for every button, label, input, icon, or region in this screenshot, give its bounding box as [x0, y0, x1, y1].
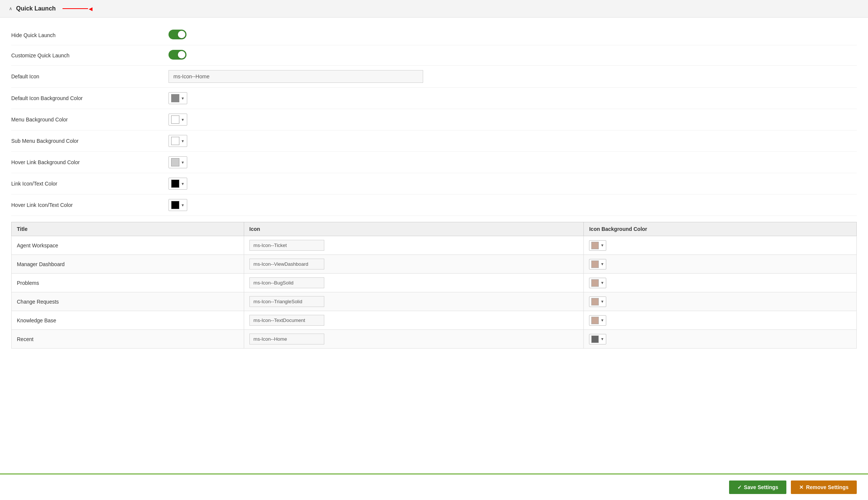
- table-cell-icon: [244, 330, 584, 349]
- table-icon-input[interactable]: [249, 240, 324, 251]
- chevron-down-icon: ▼: [600, 299, 604, 304]
- chevron-down-icon: ▼: [600, 318, 604, 322]
- hover-link-bg-color-button[interactable]: ▼: [169, 156, 187, 168]
- table-icon-input[interactable]: [249, 259, 324, 269]
- hover-link-bg-color-swatch: [171, 158, 179, 166]
- menu-bg-color-swatch: [171, 115, 179, 124]
- table-icon-input[interactable]: [249, 334, 324, 344]
- hover-link-icon-text-color-button[interactable]: ▼: [169, 199, 187, 211]
- customize-quick-launch-label: Customize Quick Launch: [11, 52, 169, 58]
- table-cell-bg-color: ▼: [584, 311, 857, 330]
- collapse-icon[interactable]: ∧: [9, 6, 12, 11]
- hover-link-icon-text-color-control: ▼: [169, 199, 857, 211]
- col-title: Title: [12, 222, 244, 236]
- chevron-down-icon: ▼: [600, 262, 604, 266]
- table-cell-icon: [244, 311, 584, 330]
- toggle-slider: [169, 30, 186, 39]
- table-color-swatch: [591, 317, 599, 324]
- sub-menu-bg-color-button[interactable]: ▼: [169, 135, 187, 147]
- save-settings-button[interactable]: ✓ Save Settings: [729, 481, 787, 494]
- table-color-button[interactable]: ▼: [589, 315, 606, 326]
- sub-menu-bg-color-swatch: [171, 137, 179, 145]
- table-color-button[interactable]: ▼: [589, 334, 606, 344]
- hide-quick-launch-label: Hide Quick Launch: [11, 32, 169, 38]
- menu-bg-color-button[interactable]: ▼: [169, 114, 187, 126]
- table-color-swatch: [591, 335, 599, 343]
- sub-menu-bg-color-control: ▼: [169, 135, 857, 147]
- default-icon-bg-color-row: Default Icon Background Color ▼: [11, 88, 857, 109]
- menu-bg-color-control: ▼: [169, 114, 857, 126]
- table-icon-input[interactable]: [249, 296, 324, 307]
- default-icon-input[interactable]: [169, 70, 423, 83]
- customize-quick-launch-row: Customize Quick Launch: [11, 45, 857, 66]
- chevron-down-icon: ▼: [600, 281, 604, 285]
- table-color-button[interactable]: ▼: [589, 240, 606, 251]
- table-color-button[interactable]: ▼: [589, 259, 606, 269]
- hide-quick-launch-row: Hide Quick Launch: [11, 25, 857, 45]
- link-icon-text-color-control: ▼: [169, 178, 857, 190]
- table-color-swatch: [591, 242, 599, 249]
- default-icon-control: [169, 70, 857, 83]
- table-cell-title: Knowledge Base: [12, 311, 244, 330]
- hover-link-icon-text-color-row: Hover Link Icon/Text Color ▼: [11, 195, 857, 216]
- table-icon-input[interactable]: [249, 315, 324, 326]
- table-cell-title: Agent Workspace: [12, 236, 244, 255]
- sub-menu-bg-color-label: Sub Menu Background Color: [11, 138, 169, 144]
- table-cell-icon: [244, 274, 584, 292]
- link-icon-text-color-swatch: [171, 180, 179, 188]
- chevron-down-icon: ▼: [600, 243, 604, 247]
- col-icon: Icon: [244, 222, 584, 236]
- save-icon: ✓: [737, 484, 742, 490]
- chevron-down-icon: ▼: [600, 337, 604, 341]
- table-cell-bg-color: ▼: [584, 274, 857, 292]
- link-icon-text-color-label: Link Icon/Text Color: [11, 181, 169, 187]
- default-icon-bg-color-button[interactable]: ▼: [169, 92, 187, 104]
- link-icon-text-color-button[interactable]: ▼: [169, 178, 187, 190]
- chevron-down-icon-6: ▼: [181, 203, 185, 207]
- table-cell-bg-color: ▼: [584, 236, 857, 255]
- default-icon-label: Default Icon: [11, 73, 169, 79]
- table-color-swatch: [591, 260, 599, 268]
- red-arrow-indicator: [63, 5, 92, 12]
- page-wrapper: ∧ Quick Launch Hide Quick Launch Customi…: [0, 0, 868, 500]
- table-row: Recent▼: [12, 330, 857, 349]
- chevron-down-icon-4: ▼: [181, 160, 185, 165]
- section-header: ∧ Quick Launch: [0, 0, 868, 18]
- items-table: Title Icon Icon Background Color Agent W…: [11, 222, 857, 349]
- link-icon-text-color-row: Link Icon/Text Color ▼: [11, 173, 857, 195]
- table-row: Change Requests▼: [12, 292, 857, 311]
- hide-quick-launch-toggle[interactable]: [169, 30, 186, 39]
- footer: ✓ Save Settings ✕ Remove Settings: [0, 473, 868, 500]
- table-color-swatch: [591, 279, 599, 287]
- remove-settings-button[interactable]: ✕ Remove Settings: [791, 481, 857, 494]
- hide-quick-launch-control: [169, 30, 857, 40]
- default-icon-bg-color-swatch: [171, 94, 179, 102]
- main-content: Hide Quick Launch Customize Quick Launch…: [0, 18, 868, 473]
- default-icon-row: Default Icon: [11, 66, 857, 88]
- table-row: Agent Workspace▼: [12, 236, 857, 255]
- table-color-button[interactable]: ▼: [589, 278, 606, 288]
- menu-bg-color-label: Menu Background Color: [11, 117, 169, 123]
- table-cell-icon: [244, 292, 584, 311]
- table-cell-title: Recent: [12, 330, 244, 349]
- chevron-down-icon-2: ▼: [181, 118, 185, 122]
- default-icon-bg-color-label: Default Icon Background Color: [11, 95, 169, 101]
- table-row: Manager Dashboard▼: [12, 255, 857, 274]
- remove-label: Remove Settings: [806, 484, 849, 490]
- table-cell-bg-color: ▼: [584, 330, 857, 349]
- table-cell-bg-color: ▼: [584, 292, 857, 311]
- hover-link-bg-color-label: Hover Link Background Color: [11, 159, 169, 165]
- section-title: Quick Launch: [16, 5, 56, 12]
- customize-quick-launch-toggle[interactable]: [169, 50, 186, 60]
- table-icon-input[interactable]: [249, 277, 324, 288]
- sub-menu-bg-color-row: Sub Menu Background Color ▼: [11, 130, 857, 152]
- hover-link-icon-text-color-label: Hover Link Icon/Text Color: [11, 202, 169, 208]
- hover-link-bg-color-control: ▼: [169, 156, 857, 168]
- table-row: Problems▼: [12, 274, 857, 292]
- table-cell-icon: [244, 255, 584, 274]
- table-color-button[interactable]: ▼: [589, 296, 606, 307]
- chevron-down-icon: ▼: [181, 96, 185, 100]
- table-cell-icon: [244, 236, 584, 255]
- table-color-swatch: [591, 298, 599, 305]
- table-cell-title: Manager Dashboard: [12, 255, 244, 274]
